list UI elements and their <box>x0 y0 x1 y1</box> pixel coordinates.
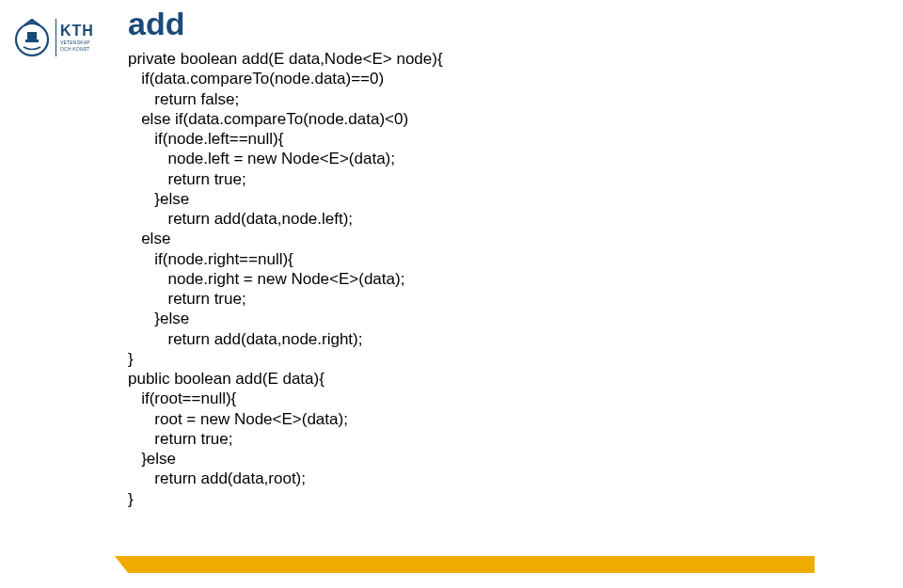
code-line: private boolean add(E data,Node<E> node)… <box>128 50 443 68</box>
logo-text: KTH VETENSKAP OCH KONST <box>60 24 94 52</box>
code-line: }else <box>128 190 189 208</box>
code-line: if(root==null){ <box>128 389 236 407</box>
logo-divider <box>55 19 56 56</box>
slide: KTH VETENSKAP OCH KONST add private bool… <box>0 0 903 588</box>
code-line: node.left = new Node<E>(data); <box>128 150 395 167</box>
code-line: if(node.right==null){ <box>128 250 293 268</box>
code-line: }else <box>128 450 176 468</box>
code-line: } <box>128 490 134 508</box>
code-line: else if(data.compareTo(node.data)<0) <box>128 110 408 128</box>
code-line: public boolean add(E data){ <box>128 370 325 388</box>
footer-accent-bar <box>128 556 815 573</box>
svg-rect-2 <box>27 32 37 40</box>
code-line: return true; <box>128 290 246 308</box>
code-line: return add(data,root); <box>128 469 306 487</box>
code-line: return add(data,node.right); <box>128 330 362 348</box>
code-block: private boolean add(E data,Node<E> node)… <box>128 49 443 509</box>
logo-sub-text-2: OCH KONST <box>60 47 94 52</box>
logo-sub-text-1: VETENSKAP <box>60 40 94 45</box>
code-line: root = new Node<E>(data); <box>128 410 348 428</box>
kth-crest-icon <box>11 17 53 58</box>
slide-title: add <box>128 6 184 42</box>
code-line: else <box>128 230 170 247</box>
code-line: return true; <box>128 430 233 448</box>
svg-point-1 <box>31 21 34 24</box>
code-line: if(node.left==null){ <box>128 130 283 148</box>
code-line: return false; <box>128 90 239 108</box>
code-line: return add(data,node.left); <box>128 210 353 228</box>
code-line: }else <box>128 310 189 327</box>
code-line: return true; <box>128 170 246 188</box>
kth-logo: KTH VETENSKAP OCH KONST <box>11 15 94 60</box>
code-line: node.right = new Node<E>(data); <box>128 270 404 288</box>
svg-rect-3 <box>25 40 39 42</box>
logo-main-text: KTH <box>60 24 94 39</box>
code-line: if(data.compareTo(node.data)==0) <box>128 70 384 87</box>
code-line: } <box>128 350 134 368</box>
